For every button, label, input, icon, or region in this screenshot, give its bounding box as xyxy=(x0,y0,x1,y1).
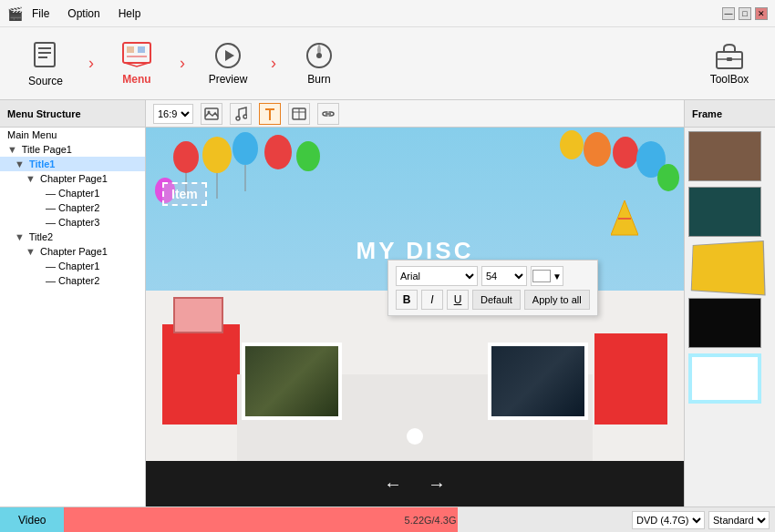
main-toolbar: Source › Menu › Preview › xyxy=(0,27,775,100)
toolbox-icon xyxy=(715,41,744,73)
balloon-orange-1 xyxy=(584,132,611,167)
box-red-right xyxy=(594,333,667,425)
format-row: B I U Default Apply to all xyxy=(396,290,590,310)
text-edit-popup: Arial Times New Roman Verdana 54 36 48 7… xyxy=(388,260,598,316)
svg-point-18 xyxy=(243,115,247,118)
tree-item-chapter1-1-3[interactable]: — Chapter3 xyxy=(0,215,145,230)
link-icon-btn[interactable] xyxy=(317,103,339,125)
apply-to-all-button[interactable]: Apply to all xyxy=(524,290,590,310)
svg-rect-0 xyxy=(35,43,55,66)
default-button[interactable]: Default xyxy=(472,290,521,310)
italic-btn[interactable]: I xyxy=(421,290,443,310)
nav-left-arrow[interactable]: ← xyxy=(384,474,402,495)
image-icon-btn[interactable] xyxy=(201,103,222,125)
tree-item-chapter1-1-1[interactable]: — Chapter1 xyxy=(0,186,145,200)
party-hat xyxy=(611,200,638,240)
color-swatch xyxy=(532,270,551,282)
video-thumb-right[interactable] xyxy=(488,343,588,420)
preview-label: Preview xyxy=(209,73,248,86)
nav-dot xyxy=(407,428,423,445)
app-icon: 🎬 xyxy=(7,6,23,21)
video-label: Video xyxy=(0,507,64,533)
tree-item-chapter2-2[interactable]: — Chapter2 xyxy=(0,273,145,288)
sub-toolbar-row: Menu Structure 16:9 4:3 xyxy=(0,100,775,128)
svg-marker-9 xyxy=(225,50,234,61)
toolbar-burn[interactable]: Burn xyxy=(283,32,356,96)
bottom-bar: ← → xyxy=(146,461,684,506)
frame-yellow[interactable] xyxy=(691,240,766,296)
toolbar-source[interactable]: Source xyxy=(9,32,82,96)
menu-icon xyxy=(121,41,152,73)
svg-rect-5 xyxy=(127,46,134,53)
tree-item-title2[interactable]: ▼ Title2 xyxy=(0,230,145,244)
frame-white-border[interactable] xyxy=(688,353,761,404)
window-controls: — □ ✕ xyxy=(722,7,768,20)
minimize-button[interactable]: — xyxy=(722,7,735,20)
size-info: 5.22G/4.3G xyxy=(71,515,456,526)
video-thumb-right-content xyxy=(491,346,584,416)
subtitle-toolbar: 16:9 4:3 xyxy=(146,100,684,128)
frame-header: Frame xyxy=(684,100,775,127)
balloon-red-2 xyxy=(264,135,292,169)
main-content: Main Menu ▼ Title Page1 ▼ Title1 ▼ Chapt… xyxy=(0,128,775,506)
nav-right-arrow[interactable]: → xyxy=(428,474,446,495)
source-icon xyxy=(31,39,60,75)
menu-help[interactable]: Help xyxy=(115,5,145,22)
frame-black[interactable] xyxy=(688,298,761,348)
burn-icon xyxy=(305,41,334,73)
source-label: Source xyxy=(28,75,63,87)
music-icon-btn[interactable] xyxy=(230,103,252,125)
canvas-area[interactable]: Item MY DISC xyxy=(146,128,684,506)
menu-structure-header: Menu Structure xyxy=(0,100,146,127)
toolbox-label: ToolBox xyxy=(710,73,749,86)
font-row: Arial Times New Roman Verdana 54 36 48 7… xyxy=(396,266,590,286)
center-panel: Arial Times New Roman Verdana 54 36 48 7… xyxy=(146,128,684,506)
toolbar-toolbox[interactable]: ToolBox xyxy=(693,32,766,96)
text-icon-btn[interactable] xyxy=(259,103,281,125)
dvd-select[interactable]: DVD (4.7G) DVD (8.5G) Blu-ray xyxy=(632,511,705,529)
menu-file[interactable]: File xyxy=(28,5,53,22)
status-bar: Video 5.22G/4.3G DVD (4.7G) DVD (8.5G) B… xyxy=(0,506,775,532)
table-icon-btn[interactable] xyxy=(288,103,310,125)
arrow-2: › xyxy=(173,32,191,96)
balloon-red-3 xyxy=(613,137,638,169)
toolbar-preview[interactable]: Preview xyxy=(191,32,264,96)
video-thumb-left[interactable] xyxy=(242,343,342,420)
toolbar-menu[interactable]: Menu xyxy=(100,32,173,96)
tree-item-chapter-page1-2[interactable]: ▼ Chapter Page1 xyxy=(0,244,145,259)
balloon-green-2 xyxy=(657,164,679,191)
balloon-red-1 xyxy=(173,141,199,173)
frame-teal[interactable] xyxy=(688,187,761,237)
size-select[interactable]: 54 36 48 72 xyxy=(481,266,527,286)
tree-item-chapter-page1-1[interactable]: ▼ Chapter Page1 xyxy=(0,171,145,186)
tree-item-chapter2-1[interactable]: — Chapter1 xyxy=(0,259,145,273)
menu-option[interactable]: Option xyxy=(64,5,103,22)
aspect-ratio-select[interactable]: 16:9 4:3 xyxy=(153,104,193,124)
color-picker-btn[interactable]: ▼ xyxy=(531,266,563,286)
gift-box xyxy=(173,297,223,333)
tree-item-title-page1[interactable]: ▼ Title Page1 xyxy=(0,142,145,157)
dvd-controls: DVD (4.7G) DVD (8.5G) Blu-ray Standard H… xyxy=(626,511,775,529)
progress-bar: 5.22G/4.3G xyxy=(64,507,626,533)
right-panel xyxy=(684,128,775,506)
underline-btn[interactable]: U xyxy=(447,290,469,310)
arrow-3: › xyxy=(264,32,283,96)
item-label-box[interactable]: Item xyxy=(162,182,207,206)
svg-rect-14 xyxy=(727,57,732,61)
burn-label: Burn xyxy=(307,73,330,86)
tree-item-title1[interactable]: ▼ Title1 xyxy=(0,157,145,171)
frame-list xyxy=(685,128,775,506)
menu-label: Menu xyxy=(122,73,150,86)
tree-item-main-menu[interactable]: Main Menu xyxy=(0,128,145,142)
title-bar: 🎬 File Option Help — □ ✕ xyxy=(0,0,775,27)
arrow-1: › xyxy=(82,32,100,96)
tree-item-chapter1-1-2[interactable]: — Chapter2 xyxy=(0,200,145,215)
close-button[interactable]: ✕ xyxy=(755,7,768,20)
standard-select[interactable]: Standard High xyxy=(708,511,770,529)
box-red-left xyxy=(162,324,240,425)
frame-brown[interactable] xyxy=(688,131,761,181)
svg-marker-28 xyxy=(611,200,638,235)
font-select[interactable]: Arial Times New Roman Verdana xyxy=(396,266,478,286)
bold-btn[interactable]: B xyxy=(396,290,418,310)
maximize-button[interactable]: □ xyxy=(739,7,751,20)
